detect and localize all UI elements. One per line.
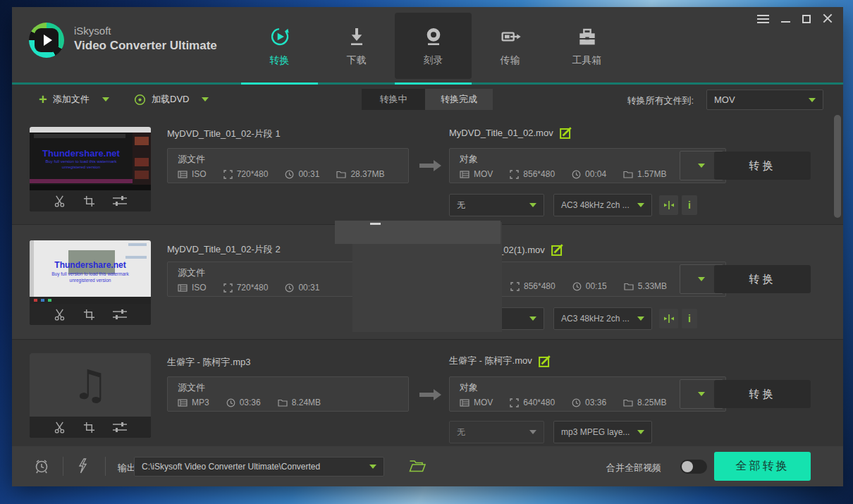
effects-icon[interactable] bbox=[112, 195, 128, 207]
trim-icon[interactable] bbox=[53, 309, 66, 321]
minimize-icon[interactable] bbox=[781, 16, 790, 23]
convert-all-button[interactable]: 全部转换 bbox=[714, 452, 811, 481]
music-note-icon: ♫ bbox=[72, 361, 109, 409]
format-settings-caret-icon bbox=[698, 277, 705, 281]
performance-icon[interactable] bbox=[77, 458, 88, 474]
info-button[interactable]: i bbox=[682, 195, 697, 215]
brand: iSkysoft Video Converter Ultimate bbox=[74, 25, 217, 53]
tab-transfer-label: 传输 bbox=[501, 54, 520, 67]
tab-converted-label: 转换完成 bbox=[441, 93, 477, 106]
close-icon[interactable] bbox=[823, 14, 832, 23]
merge-label: 合并全部视频 bbox=[606, 462, 661, 474]
tab-convert-label: 转换 bbox=[270, 54, 290, 67]
add-files-label: 添加文件 bbox=[53, 93, 90, 106]
brand-line2: Video Converter Ultimate bbox=[74, 39, 217, 53]
output-path-caret-icon bbox=[369, 465, 376, 469]
tab-burn[interactable]: 刻录 bbox=[395, 13, 472, 79]
brand-line1: iSkysoft bbox=[74, 25, 217, 37]
edit-icon[interactable] bbox=[551, 243, 564, 256]
output-path-value: C:\iSkysoft Video Converter Ultimate\Con… bbox=[142, 462, 320, 472]
file-row-3: ♫ 生僻字 - 陈柯宇.mp3 bbox=[12, 339, 843, 446]
watermark-subtext: Buy full version to load this watermark bbox=[37, 271, 144, 276]
source-resolution: 720*480 bbox=[223, 283, 269, 293]
convert-button-1[interactable]: 转换 bbox=[714, 152, 811, 180]
tooltip-mark bbox=[370, 223, 381, 225]
convert-button-3[interactable]: 转换 bbox=[714, 380, 811, 408]
output-name: _02(1).mov bbox=[498, 245, 545, 255]
target-size: 1.57MB bbox=[623, 169, 666, 179]
audio-select[interactable]: AC3 48kHz 2ch ... bbox=[553, 307, 652, 330]
tab-converted[interactable]: 转换完成 bbox=[425, 89, 493, 110]
folder-icon bbox=[623, 170, 633, 178]
folder-icon bbox=[624, 282, 634, 290]
audio-sync-button[interactable] bbox=[659, 309, 678, 328]
add-files-button[interactable]: + 添加文件 bbox=[39, 85, 109, 114]
source-resolution: 720*480 bbox=[223, 169, 269, 179]
merge-toggle[interactable] bbox=[680, 460, 707, 474]
load-dvd-button[interactable]: 加载DVD bbox=[134, 85, 209, 114]
target-size: 8.25MB bbox=[623, 398, 666, 407]
source-size: 8.24MB bbox=[278, 398, 321, 407]
audio-sync-button[interactable] bbox=[659, 195, 678, 215]
footer-divider bbox=[63, 457, 63, 476]
tab-toolbox[interactable]: 工具箱 bbox=[548, 13, 625, 79]
tab-download[interactable]: 下载 bbox=[318, 13, 395, 79]
output-format-select[interactable]: MOV bbox=[706, 90, 823, 110]
target-duration: 03:36 bbox=[572, 398, 606, 407]
schedule-icon[interactable] bbox=[33, 457, 50, 475]
resolution-icon bbox=[510, 170, 519, 179]
load-dvd-caret-icon[interactable] bbox=[202, 97, 209, 102]
source-duration: 03:36 bbox=[226, 398, 261, 407]
open-folder-icon[interactable] bbox=[409, 459, 426, 473]
output-file-title: 生僻字 - 陈柯宇.mov bbox=[449, 355, 551, 367]
convert-button-2[interactable]: 转换 bbox=[714, 265, 811, 293]
trim-icon[interactable] bbox=[53, 422, 66, 434]
audio-select[interactable]: mp3 MPEG laye... bbox=[553, 421, 652, 443]
folder-icon bbox=[278, 398, 288, 407]
watermark-subtext2: unregistered version bbox=[37, 278, 144, 283]
tab-convert[interactable]: 转换 bbox=[241, 13, 318, 79]
crop-icon[interactable] bbox=[83, 309, 95, 321]
target-info-box: 对象 MOV 640*480 03:36 bbox=[449, 376, 726, 412]
target-size: 5.33MB bbox=[624, 281, 667, 291]
subtitle-caret-icon bbox=[529, 430, 536, 434]
effects-icon[interactable] bbox=[112, 422, 128, 433]
scrollbar-thumb[interactable] bbox=[834, 115, 841, 218]
clock-icon bbox=[572, 398, 581, 407]
subtitle-value: 无 bbox=[457, 199, 465, 211]
folder-icon bbox=[336, 170, 346, 178]
crop-icon[interactable] bbox=[83, 422, 95, 434]
tab-converting-label: 转换中 bbox=[380, 93, 407, 106]
target-format: MOV bbox=[460, 398, 493, 407]
format-settings-caret-icon bbox=[698, 164, 705, 168]
maximize-icon[interactable] bbox=[802, 15, 811, 23]
target-resolution: 856*480 bbox=[510, 281, 556, 291]
clock-icon bbox=[285, 170, 294, 179]
trim-icon[interactable] bbox=[53, 195, 66, 207]
add-files-caret-icon[interactable] bbox=[102, 97, 109, 102]
crop-icon[interactable] bbox=[83, 195, 95, 207]
subtitle-caret-icon bbox=[529, 203, 536, 207]
output-path-select[interactable]: C:\iSkysoft Video Converter Ultimate\Con… bbox=[134, 457, 384, 477]
output-file-title: _02(1).mov bbox=[498, 243, 564, 256]
edit-icon[interactable] bbox=[560, 126, 572, 139]
edit-icon[interactable] bbox=[539, 355, 551, 367]
tab-converting[interactable]: 转换中 bbox=[362, 89, 425, 110]
download-icon bbox=[345, 25, 368, 48]
film-icon bbox=[178, 398, 188, 407]
audio-select[interactable]: AC3 48kHz 2ch ... bbox=[553, 194, 652, 216]
plus-icon: + bbox=[39, 92, 47, 106]
convert-arrow-icon bbox=[419, 389, 443, 400]
effects-icon[interactable] bbox=[112, 309, 128, 320]
subtitle-select[interactable]: 无 bbox=[449, 194, 544, 216]
source-info-box: 源文件 ISO 720*480 00:31 bbox=[167, 148, 409, 183]
info-button[interactable]: i bbox=[682, 309, 697, 328]
tab-transfer[interactable]: 传输 bbox=[472, 13, 548, 79]
source-file-title: MyDVD_Title_01_02-片段 1 bbox=[167, 128, 281, 140]
audio-caret-icon bbox=[637, 316, 644, 321]
convert-all-to-label: 转换所有文件到: bbox=[627, 94, 694, 107]
burn-icon bbox=[422, 25, 445, 48]
audio-value: AC3 48kHz 2ch ... bbox=[561, 314, 630, 324]
menu-icon[interactable] bbox=[757, 15, 769, 23]
output-name: MyDVD_Title_01_02.mov bbox=[449, 128, 553, 138]
